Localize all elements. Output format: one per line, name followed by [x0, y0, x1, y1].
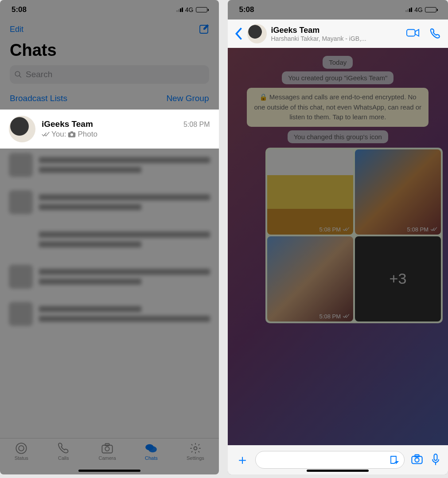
date-pill: Today — [323, 56, 353, 69]
chat-preview: You: Photo — [42, 130, 210, 139]
tab-label: Status — [15, 455, 28, 461]
group-title: iGeeks Team — [271, 26, 402, 35]
chat-conversation-screen: 5:08 4G iGeeks Team Harshanki Takkar, Ma… — [228, 0, 448, 474]
encryption-notice[interactable]: 🔒Messages and calls are end-to-end encry… — [247, 88, 429, 127]
read-ticks-icon — [430, 227, 437, 231]
preview-label: Photo — [78, 130, 97, 139]
media-thumbnail[interactable]: 5:08 PM — [267, 149, 353, 235]
phone-icon — [57, 442, 70, 454]
tab-chats[interactable]: Chats — [145, 442, 158, 461]
svg-rect-9 — [105, 444, 109, 446]
media-thumbnail[interactable]: 5:08 PM — [267, 236, 353, 321]
preview-prefix: You: — [51, 130, 66, 139]
video-call-icon[interactable] — [406, 28, 420, 38]
list-item — [9, 302, 210, 326]
battery-icon — [425, 7, 436, 12]
status-bar: 5:08 4G — [0, 0, 219, 20]
svg-point-12 — [194, 447, 197, 450]
search-placeholder: Search — [26, 70, 52, 79]
chats-icon — [145, 442, 157, 454]
back-icon[interactable] — [235, 27, 243, 40]
battery-icon — [196, 7, 207, 12]
message-input[interactable] — [255, 451, 405, 469]
network-label: 4G — [185, 6, 194, 13]
svg-point-15 — [415, 458, 419, 462]
svg-point-6 — [19, 446, 24, 451]
sent-media-bundle[interactable]: 5:08 PM 5:08 PM 5:08 PM +3 — [265, 148, 443, 323]
tab-bar: Status Calls Camera Chats Settings — [0, 438, 219, 474]
sticker-icon[interactable] — [389, 454, 400, 465]
mic-icon[interactable] — [431, 454, 440, 466]
media-time: 5:08 PM — [319, 226, 341, 233]
status-icons: 4G — [405, 6, 436, 13]
gear-icon — [189, 442, 202, 454]
list-links-row: Broadcast Lists New Group — [0, 91, 219, 110]
status-time: 5:08 — [239, 5, 254, 14]
camera-tab-icon — [101, 442, 113, 454]
tab-label: Chats — [145, 455, 158, 461]
system-message-created: You created group "iGeeks Team" — [282, 71, 393, 84]
signal-icon — [176, 8, 183, 12]
attach-button[interactable]: ＋ — [236, 451, 249, 469]
broadcast-lists-link[interactable]: Broadcast Lists — [10, 94, 67, 103]
input-right-icons — [411, 454, 440, 466]
camera-icon — [68, 131, 76, 138]
tab-camera[interactable]: Camera — [99, 442, 116, 461]
svg-point-1 — [15, 71, 20, 76]
search-input[interactable]: Search — [10, 65, 209, 84]
svg-rect-13 — [407, 30, 415, 36]
svg-rect-4 — [70, 131, 73, 133]
system-message-icon-changed: You changed this group's icon — [288, 130, 388, 143]
chat-info: iGeeks Team 5:08 PM You: Photo — [42, 119, 210, 139]
list-item — [9, 227, 210, 251]
chat-body[interactable]: Today You created group "iGeeks Team" 🔒M… — [228, 48, 448, 445]
chat-avatar — [9, 116, 35, 142]
status-time: 5:08 — [12, 5, 27, 14]
voice-call-icon[interactable] — [429, 28, 441, 39]
group-members: Harshanki Takkar, Mayank - iGB,... — [271, 35, 402, 42]
blurred-chat-list — [0, 149, 219, 330]
svg-rect-17 — [434, 454, 437, 460]
header-titles[interactable]: iGeeks Team Harshanki Takkar, Mayank - i… — [271, 26, 402, 42]
signal-icon — [405, 8, 412, 12]
tab-label: Settings — [187, 455, 204, 461]
media-more-overlay[interactable]: +3 — [355, 236, 441, 321]
status-icons: 4G — [176, 6, 207, 13]
chats-list-screen: 5:08 4G Edit Chats Search Broadcast List… — [0, 0, 219, 474]
svg-point-8 — [105, 447, 109, 451]
svg-point-3 — [70, 133, 73, 136]
svg-point-5 — [16, 443, 27, 453]
camera-input-icon[interactable] — [411, 454, 423, 464]
lock-icon: 🔒 — [259, 93, 268, 101]
tab-status[interactable]: Status — [15, 442, 28, 461]
search-icon — [14, 71, 22, 78]
media-time: 5:08 PM — [407, 226, 429, 233]
svg-rect-14 — [412, 456, 422, 463]
chat-header: iGeeks Team Harshanki Takkar, Mayank - i… — [228, 20, 448, 48]
tab-calls[interactable]: Calls — [57, 442, 70, 461]
group-avatar[interactable] — [247, 24, 267, 43]
more-count: +3 — [390, 270, 407, 287]
svg-point-11 — [148, 446, 157, 452]
list-item — [9, 190, 210, 214]
status-icon — [15, 442, 27, 454]
nav-bar: Edit — [0, 20, 219, 37]
new-group-link[interactable]: New Group — [166, 94, 209, 103]
home-indicator — [307, 470, 369, 472]
media-time: 5:08 PM — [319, 313, 341, 320]
tab-label: Camera — [99, 455, 116, 461]
edit-button[interactable]: Edit — [10, 25, 23, 34]
network-label: 4G — [414, 6, 423, 13]
read-ticks-icon — [42, 132, 50, 137]
compose-icon[interactable] — [199, 24, 209, 35]
media-thumbnail[interactable]: 5:08 PM — [355, 149, 441, 235]
chat-row-igeeks[interactable]: iGeeks Team 5:08 PM You: Photo — [0, 110, 219, 149]
status-bar: 5:08 4G — [228, 0, 448, 20]
read-ticks-icon — [343, 314, 350, 318]
chat-name: iGeeks Team — [42, 119, 93, 129]
encryption-text: Messages and calls are end-to-end encryp… — [254, 93, 421, 121]
tab-settings[interactable]: Settings — [187, 442, 204, 461]
list-item — [9, 265, 210, 289]
header-action-icons — [406, 28, 441, 39]
page-title: Chats — [0, 37, 219, 65]
